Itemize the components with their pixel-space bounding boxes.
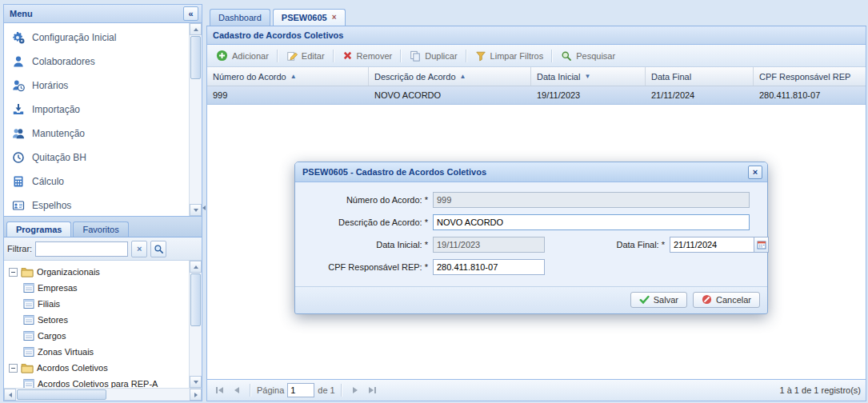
tab-close-icon[interactable]: ×: [332, 14, 337, 22]
scroll-down-icon[interactable]: [190, 376, 202, 388]
menu-item-quitacao-bh[interactable]: Quitação BH: [4, 146, 202, 170]
data-final-field[interactable]: [670, 237, 754, 253]
paging-toolbar: Página de 1 1 à 1 de 1 registro(s): [207, 379, 866, 401]
toolbar-separator: [551, 50, 553, 62]
scroll-thumb[interactable]: [190, 273, 201, 326]
collapse-node-icon[interactable]: [9, 268, 18, 277]
pesquisar-button[interactable]: Pesquisar: [556, 48, 620, 64]
remover-button[interactable]: Remover: [338, 48, 398, 63]
scroll-up-icon[interactable]: [190, 23, 202, 35]
add-icon: [216, 50, 228, 62]
cadastro-dialog: PSEW0605 - Cadastro de Acordos Coletivos…: [294, 162, 768, 314]
panel-header: Cadastro de Acordos Coletivos: [207, 26, 866, 45]
form-icon: [23, 298, 34, 309]
toolbar-separator: [400, 50, 402, 62]
duplicar-button[interactable]: Duplicar: [405, 48, 462, 64]
sidebar: Menu « Configuração Inicial Colaboradore…: [3, 4, 202, 401]
tree-node-filiais[interactable]: Filiais: [4, 296, 202, 312]
scroll-thumb[interactable]: [190, 36, 201, 79]
dialog-close-button[interactable]: ×: [748, 166, 762, 179]
scroll-thumb[interactable]: [17, 389, 106, 400]
menu-item-label: Cálculo: [32, 176, 64, 187]
cancel-icon: [702, 294, 712, 305]
menu-item-configuracao-inicial[interactable]: Configuração Inicial: [4, 26, 202, 50]
tab-psew0605[interactable]: PSEW0605 ×: [273, 9, 346, 26]
save-button[interactable]: Salvar: [630, 292, 687, 308]
grid-header: Número do Acordo ▲ Descrição de Acordo ▲…: [207, 67, 866, 86]
last-page-button[interactable]: [366, 383, 380, 397]
column-header-descricao-acordo[interactable]: Descrição de Acordo ▲: [369, 67, 531, 86]
tree-scrollbar-horizontal[interactable]: [4, 388, 202, 401]
prev-page-button[interactable]: [230, 383, 244, 397]
first-page-button[interactable]: [212, 383, 226, 397]
calendar-icon[interactable]: [754, 237, 769, 253]
menu-item-espelhos[interactable]: Espelhos: [4, 194, 202, 217]
column-header-data-inicial[interactable]: Data Inicial ▼: [531, 67, 646, 86]
menu-item-horarios[interactable]: Horários: [4, 74, 202, 98]
data-inicial-label: Data Inicial: *: [300, 240, 433, 249]
table-row[interactable]: 999 NOVO ACORDO 19/11/2023 21/11/2024 28…: [207, 86, 866, 105]
cell-numero: 999: [207, 86, 369, 104]
tab-label: PSEW0605: [282, 13, 327, 22]
cpf-field[interactable]: [433, 259, 545, 275]
tab-dashboard[interactable]: Dashboard: [210, 9, 270, 26]
scroll-right-icon[interactable]: [190, 389, 202, 401]
users-icon: [11, 127, 26, 140]
filter-input[interactable]: [35, 241, 128, 257]
program-tree: Organizacionais Empresas Filiais Setores…: [4, 261, 202, 388]
collapse-node-icon[interactable]: [9, 364, 18, 373]
page-input[interactable]: [287, 383, 314, 397]
menu-scrollbar[interactable]: [189, 23, 202, 216]
adicionar-button[interactable]: Adicionar: [211, 47, 274, 64]
sidebar-splitter[interactable]: [201, 4, 206, 401]
tree-node-setores[interactable]: Setores: [4, 312, 202, 328]
grid-toolbar: Adicionar Editar Remover Duplicar Limpar…: [207, 45, 866, 67]
menu-item-manutencao[interactable]: Manutenção: [4, 122, 202, 146]
scroll-up-icon[interactable]: [190, 261, 202, 273]
column-header-cpf-responsavel[interactable]: CPF Responsável REP: [754, 67, 866, 86]
filter-row: Filtrar: ×: [4, 237, 202, 261]
data-final-group: Data Final: *: [545, 237, 769, 253]
column-header-numero-acordo[interactable]: Número do Acordo ▲: [207, 67, 369, 86]
tree-node-acordos-coletivos[interactable]: Acordos Coletivos: [4, 360, 202, 376]
record-count-summary: 1 à 1 de 1 registro(s): [780, 385, 862, 395]
tab-programas[interactable]: Programas: [6, 221, 71, 237]
calculator-icon: [11, 175, 26, 188]
scroll-left-icon[interactable]: [4, 389, 16, 401]
tree-node-organizacionais[interactable]: Organizacionais: [4, 264, 202, 280]
next-page-button[interactable]: [348, 383, 362, 397]
descricao-label: Descrição de Acordo: *: [300, 217, 433, 227]
import-icon: [11, 103, 26, 116]
dialog-header[interactable]: PSEW0605 - Cadastro de Acordos Coletivos…: [295, 162, 767, 182]
numero-label: Número do Acordo: *: [300, 195, 433, 205]
filter-clear-button[interactable]: ×: [131, 241, 147, 257]
scroll-down-icon[interactable]: [190, 204, 202, 216]
editar-button[interactable]: Editar: [282, 48, 330, 64]
descricao-field[interactable]: [433, 214, 750, 230]
tree-node-zonas-virtuais[interactable]: Zonas Virtuais: [4, 344, 202, 360]
cancel-button[interactable]: Cancelar: [693, 292, 760, 308]
menu-item-calculo[interactable]: Cálculo: [4, 170, 202, 194]
filter-search-button[interactable]: [150, 241, 166, 257]
edit-icon: [286, 50, 298, 62]
tree-node-cargos[interactable]: Cargos: [4, 328, 202, 344]
toolbar-separator: [277, 50, 278, 62]
tree-node-empresas[interactable]: Empresas: [4, 280, 202, 296]
page-of-label: de 1: [318, 385, 334, 395]
menu-item-label: Manutenção: [32, 128, 85, 139]
menu-item-label: Horários: [32, 80, 68, 91]
menu-item-importacao[interactable]: Importação: [4, 98, 202, 122]
tab-favoritos[interactable]: Favoritos: [73, 221, 128, 237]
limpar-filtros-button[interactable]: Limpar Filtros: [470, 48, 549, 64]
splitter-collapse-handle[interactable]: [202, 196, 206, 220]
sort-desc-icon: ▼: [584, 73, 590, 80]
sidebar-collapse-button[interactable]: «: [183, 6, 198, 21]
menu-item-colaboradores[interactable]: Colaboradores: [4, 50, 202, 74]
column-header-data-final[interactable]: Data Final: [646, 67, 754, 86]
tree-node-label: Acordos Coletivos: [37, 363, 108, 373]
menu-item-label: Colaboradores: [32, 56, 95, 67]
tree-node-acordos-coletivos-rep-a[interactable]: Acordos Coletivos para REP-A: [4, 376, 202, 388]
cell-data-inicial: 19/11/2023: [531, 86, 646, 104]
data-inicial-field: [433, 237, 545, 253]
tree-scrollbar-vertical[interactable]: [189, 261, 202, 388]
